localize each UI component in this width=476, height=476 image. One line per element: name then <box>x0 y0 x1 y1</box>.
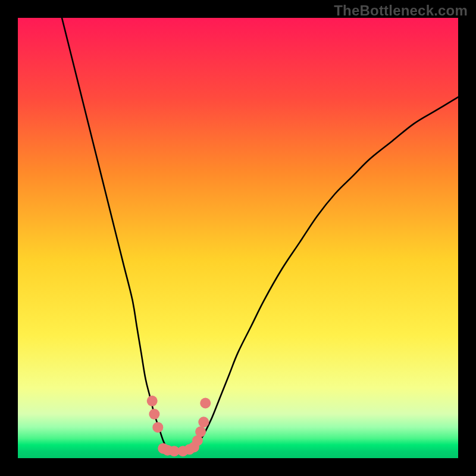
watermark-text: TheBottleneck.com <box>334 2 468 19</box>
chart-svg <box>18 18 458 458</box>
trough-dot <box>195 427 206 437</box>
chart-frame: TheBottleneck.com <box>0 0 476 476</box>
trough-dot <box>147 396 158 406</box>
trough-dot <box>149 409 159 419</box>
trough-dot <box>200 398 211 409</box>
gradient-background <box>18 18 458 458</box>
trough-dot <box>152 422 163 433</box>
plot-area <box>18 18 458 458</box>
trough-dot <box>198 416 209 427</box>
